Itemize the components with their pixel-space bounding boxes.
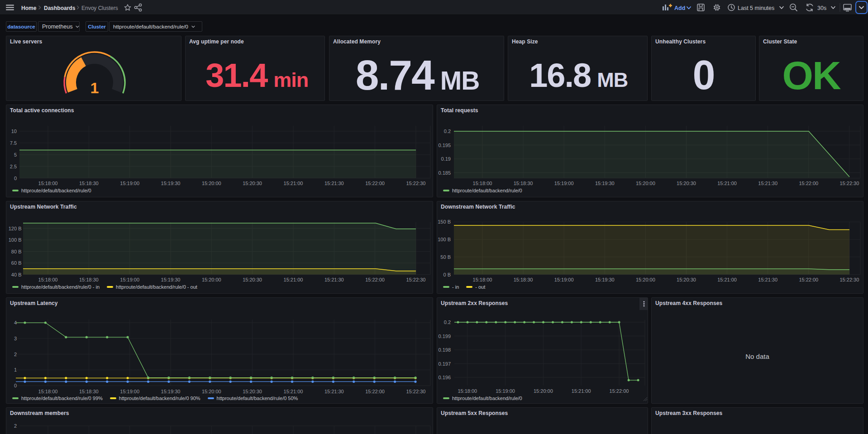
svg-text:4: 4 [14, 320, 17, 325]
svg-text:15:21:00: 15:21:00 [284, 389, 303, 394]
svg-text:15:21:30: 15:21:30 [324, 277, 344, 282]
svg-text:2.5: 2.5 [10, 164, 17, 169]
svg-text:15:18:00: 15:18:00 [473, 181, 492, 186]
svg-text:7.5: 7.5 [10, 140, 17, 146]
svg-text:15:21:30: 15:21:30 [758, 277, 777, 282]
svg-text:15:21:30: 15:21:30 [324, 389, 344, 394]
svg-text:15:18:30: 15:18:30 [514, 277, 533, 282]
svg-text:15:20:30: 15:20:30 [677, 277, 696, 282]
svg-text:15:22:30: 15:22:30 [406, 277, 426, 282]
svg-text:16.8: 16.8 [529, 57, 591, 94]
svg-text:15:18:00: 15:18:00 [458, 388, 477, 394]
svg-text:0.185: 0.185 [438, 170, 451, 176]
svg-text:40 B: 40 B [11, 272, 22, 277]
svg-text:15:21:30: 15:21:30 [324, 181, 344, 186]
svg-text:0 B: 0 B [443, 272, 451, 277]
svg-text:15:22:00: 15:22:00 [799, 181, 818, 186]
svg-text:31.4: 31.4 [205, 57, 268, 94]
svg-text:15:18:30: 15:18:30 [79, 277, 99, 282]
svg-text:120 B: 120 B [9, 226, 22, 231]
svg-text:15:21:00: 15:21:00 [572, 388, 591, 394]
svg-text:0.196: 0.196 [438, 375, 451, 380]
svg-text:15:19:00: 15:19:00 [120, 277, 139, 282]
svg-text:15:19:30: 15:19:30 [161, 277, 181, 282]
svg-text:15:20:30: 15:20:30 [243, 181, 262, 186]
svg-text:0.195: 0.195 [438, 143, 451, 148]
svg-text:15:22:30: 15:22:30 [406, 181, 426, 186]
svg-text:15:21:00: 15:21:00 [284, 277, 303, 282]
svg-text:100 B: 100 B [438, 237, 451, 242]
svg-text:50 B: 50 B [440, 254, 451, 260]
svg-text:15:19:30: 15:19:30 [161, 181, 181, 186]
svg-text:15:18:30: 15:18:30 [79, 181, 99, 186]
svg-text:min: min [273, 68, 308, 91]
svg-text:15:20:30: 15:20:30 [677, 181, 696, 186]
svg-text:15:18:00: 15:18:00 [38, 389, 58, 394]
svg-text:15:20:00: 15:20:00 [534, 388, 553, 394]
svg-text:15:19:00: 15:19:00 [554, 277, 574, 282]
svg-text:15:21:00: 15:21:00 [717, 181, 737, 186]
svg-text:8.74: 8.74 [356, 52, 435, 99]
svg-text:2: 2 [14, 352, 17, 357]
svg-text:15:19:00: 15:19:00 [496, 388, 515, 394]
svg-text:15:18:00: 15:18:00 [473, 277, 492, 282]
svg-text:15:18:00: 15:18:00 [38, 181, 58, 186]
svg-text:15:22:00: 15:22:00 [610, 388, 629, 394]
svg-text:15:21:30: 15:21:30 [758, 181, 777, 186]
svg-text:15:19:00: 15:19:00 [120, 389, 139, 394]
svg-text:100 B: 100 B [9, 237, 22, 243]
svg-text:15:22:30: 15:22:30 [839, 181, 859, 186]
svg-text:15:22:30: 15:22:30 [406, 389, 426, 394]
svg-text:15:19:30: 15:19:30 [595, 277, 615, 282]
svg-text:60 B: 60 B [11, 260, 22, 266]
svg-text:0.2: 0.2 [444, 320, 451, 325]
svg-text:15:19:30: 15:19:30 [161, 389, 181, 394]
svg-text:5: 5 [14, 152, 17, 157]
svg-text:0.2: 0.2 [444, 129, 451, 134]
svg-text:1: 1 [91, 79, 99, 96]
svg-text:3: 3 [14, 336, 17, 341]
svg-text:15:20:00: 15:20:00 [202, 389, 221, 394]
svg-text:10: 10 [11, 129, 17, 134]
svg-text:15:18:30: 15:18:30 [514, 181, 533, 186]
svg-text:2: 2 [14, 423, 17, 429]
svg-text:15:22:00: 15:22:00 [365, 389, 385, 394]
svg-text:15:22:00: 15:22:00 [365, 181, 385, 186]
svg-text:15:20:00: 15:20:00 [636, 277, 655, 282]
svg-text:80 B: 80 B [11, 249, 22, 254]
svg-text:15:20:30: 15:20:30 [243, 389, 262, 394]
svg-text:OK: OK [782, 53, 841, 98]
svg-text:0: 0 [14, 176, 17, 181]
svg-text:15:22:00: 15:22:00 [799, 277, 818, 282]
svg-text:15:18:30: 15:18:30 [79, 389, 99, 394]
svg-text:0.19: 0.19 [441, 156, 451, 162]
svg-text:15:19:30: 15:19:30 [595, 181, 615, 186]
svg-text:15:19:00: 15:19:00 [554, 181, 574, 186]
svg-text:15:21:00: 15:21:00 [284, 181, 303, 186]
svg-text:15:19:00: 15:19:00 [120, 181, 139, 186]
svg-text:MB: MB [597, 68, 628, 91]
svg-text:15:18:00: 15:18:00 [38, 277, 58, 282]
svg-text:15:21:00: 15:21:00 [717, 277, 737, 282]
svg-text:15:20:00: 15:20:00 [636, 181, 655, 186]
svg-text:15:20:00: 15:20:00 [202, 181, 221, 186]
svg-text:0: 0 [693, 52, 715, 98]
svg-text:MB: MB [440, 66, 480, 95]
svg-text:15:22:00: 15:22:00 [365, 277, 385, 282]
svg-text:0.199: 0.199 [438, 334, 451, 339]
svg-text:15:20:00: 15:20:00 [202, 277, 221, 282]
svg-text:15:20:30: 15:20:30 [243, 277, 262, 282]
svg-text:0.198: 0.198 [438, 347, 451, 353]
svg-text:15:22:30: 15:22:30 [839, 277, 859, 282]
svg-text:150 B: 150 B [438, 219, 451, 224]
svg-text:0: 0 [14, 383, 17, 388]
svg-text:1: 1 [14, 367, 17, 372]
svg-text:0.197: 0.197 [438, 361, 451, 367]
